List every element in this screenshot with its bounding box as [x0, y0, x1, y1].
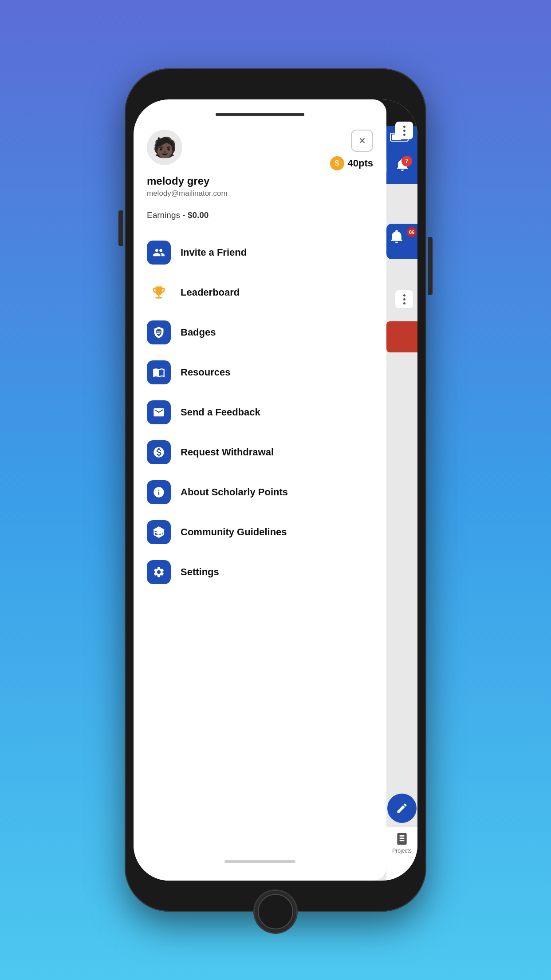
menu-item-request-withdrawal[interactable]: Request Withdrawal: [147, 432, 373, 472]
fab-button[interactable]: [387, 794, 417, 823]
invite-friend-icon: [147, 241, 171, 265]
projects-label: Projects: [392, 848, 411, 854]
drawer: 🧑🏿 ✕ $ 40pts melody grey melody@mailinat…: [134, 99, 386, 881]
right-side-bg: 86 Projects: [386, 99, 417, 881]
user-row: 🧑🏿: [147, 130, 182, 165]
user-name: melody grey: [147, 175, 373, 187]
resources-icon: [147, 360, 171, 384]
earnings-dash: -: [182, 210, 188, 220]
user-email: melody@mailinator.com: [147, 189, 373, 198]
points-value: 40pts: [348, 158, 373, 169]
about-scholarly-points-icon: [147, 480, 171, 504]
invite-friend-label: Invite a Friend: [181, 247, 247, 258]
close-button[interactable]: ✕: [351, 130, 373, 152]
bg-notification-badge: 86: [407, 227, 417, 237]
avatar: 🧑🏿: [147, 130, 182, 165]
menu-item-leaderboard[interactable]: Leaderboard: [147, 273, 373, 312]
dot: [403, 302, 405, 304]
leaderboard-icon: [147, 281, 171, 304]
menu-item-settings[interactable]: Settings: [147, 552, 373, 592]
drawer-header: 🧑🏿 ✕ $ 40pts: [147, 130, 373, 170]
settings-icon: [147, 560, 171, 584]
send-feedback-icon: [147, 400, 171, 424]
bg-thumbnail: [386, 321, 417, 352]
drawer-handle: [216, 113, 304, 116]
earnings-value: $0.00: [188, 210, 209, 220]
settings-label: Settings: [181, 566, 219, 578]
badges-label: Badges: [181, 327, 216, 338]
dot: [403, 134, 405, 136]
menu-item-resources[interactable]: Resources: [147, 352, 373, 392]
resources-label: Resources: [181, 367, 231, 378]
earnings-label: Earnings: [147, 210, 180, 220]
user-details: melody grey melody@mailinator.com: [147, 175, 373, 198]
earnings-row: Earnings - $0.00: [147, 210, 373, 220]
points-display: $ 40pts: [330, 156, 373, 170]
send-feedback-label: Send a Feedback: [181, 407, 260, 418]
phone-screen: 7 86: [134, 99, 417, 881]
request-withdrawal-label: Request Withdrawal: [181, 447, 274, 458]
leaderboard-label: Leaderboard: [181, 287, 240, 298]
home-button[interactable]: [253, 889, 298, 934]
dot: [403, 126, 405, 128]
badges-icon: [147, 320, 171, 344]
community-guidelines-label: Community Guidelines: [181, 526, 287, 538]
bottom-tab-bar: Projects: [386, 827, 417, 881]
about-scholarly-points-label: About Scholarly Points: [181, 486, 288, 498]
drawer-bottom-handle: [224, 860, 295, 863]
phone-frame: 7 86: [125, 68, 426, 912]
three-dots-btn-mid[interactable]: [395, 290, 413, 308]
bg-bell-wrap: 86: [386, 224, 417, 245]
home-button-inner: [258, 894, 293, 929]
menu-item-send-feedback[interactable]: Send a Feedback: [147, 392, 373, 432]
menu-list: Invite a Friend Leaderboard: [147, 233, 373, 592]
top-right: ✕ $ 40pts: [330, 130, 373, 170]
community-guidelines-icon: [147, 520, 171, 544]
points-coin-icon: $: [330, 156, 344, 170]
three-dots-btn-top[interactable]: [395, 122, 413, 139]
projects-icon: [395, 832, 409, 846]
dot: [403, 298, 405, 300]
request-withdrawal-icon: [147, 440, 171, 464]
bg-bell-icon: [390, 230, 403, 243]
dot: [403, 130, 405, 132]
svg-rect-2: [157, 333, 160, 334]
menu-item-invite-friend[interactable]: Invite a Friend: [147, 233, 373, 273]
bg-blue-card: 86: [386, 224, 417, 259]
svg-rect-1: [157, 332, 161, 332]
dot: [403, 294, 405, 296]
menu-item-badges[interactable]: Badges: [147, 312, 373, 352]
menu-item-community-guidelines[interactable]: Community Guidelines: [147, 512, 373, 552]
menu-item-about-scholarly-points[interactable]: About Scholarly Points: [147, 472, 373, 512]
